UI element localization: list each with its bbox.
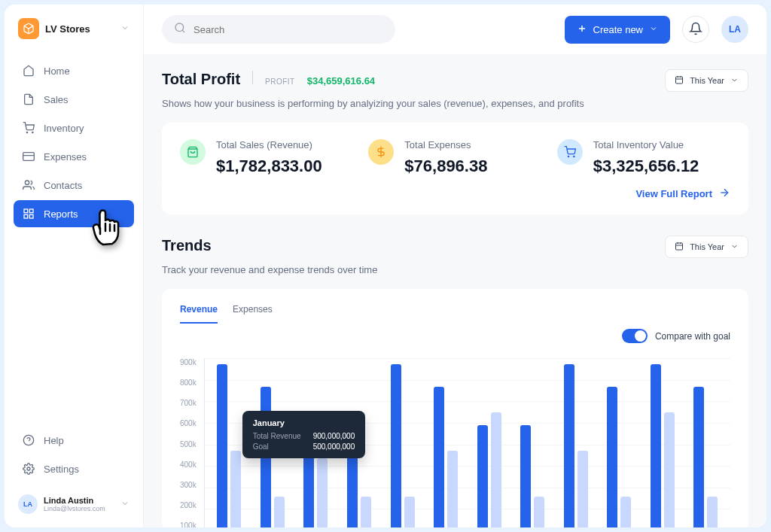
revenue-bar[interactable] (607, 387, 617, 527)
bar-group[interactable] (217, 358, 241, 527)
cart-icon (557, 139, 583, 165)
bar-group[interactable] (434, 358, 458, 527)
calendar-icon (675, 242, 684, 252)
profit-label: PROFIT (265, 78, 295, 86)
revenue-bar[interactable] (434, 387, 444, 527)
home-icon (23, 65, 35, 77)
svg-point-4 (25, 181, 29, 184)
create-new-button[interactable]: Create new (565, 16, 670, 44)
section-title: Total Profit (162, 71, 240, 88)
goal-bar[interactable] (491, 412, 501, 527)
svg-rect-5 (24, 209, 28, 213)
nav-item-reports[interactable]: Reports (14, 200, 134, 227)
svg-point-23 (573, 156, 574, 157)
goal-bar[interactable] (447, 451, 458, 527)
bottom-nav: Help Settings (14, 427, 134, 482)
goal-bar[interactable] (664, 412, 675, 527)
nav-label: Help (44, 435, 64, 446)
section-title: Trends (162, 237, 212, 254)
goal-bar[interactable] (230, 451, 241, 527)
bar-group[interactable] (651, 358, 675, 527)
store-selector[interactable]: LV Stores (14, 14, 134, 44)
search-input[interactable] (194, 24, 383, 35)
user-name: Linda Austin (44, 496, 114, 505)
bar-group[interactable] (477, 358, 501, 527)
tab-expenses[interactable]: Expenses (233, 304, 273, 324)
chart-tabs: Revenue Expenses (180, 304, 730, 324)
user-menu[interactable]: LA Linda Austin Linda@lvstores.com (14, 490, 134, 518)
revenue-bar[interactable] (520, 425, 531, 527)
file-icon (23, 93, 35, 105)
chevron-down-icon (649, 24, 658, 35)
y-axis: 900k800k700k600k500k400k300k200k100k (180, 358, 197, 527)
revenue-bar[interactable] (477, 425, 488, 527)
revenue-bar[interactable] (303, 454, 314, 527)
nav-label: Home (44, 65, 70, 77)
bar-group[interactable] (520, 358, 544, 527)
stat-card-expenses: Total Expenses $76,896.38 (368, 139, 541, 176)
svg-rect-16 (676, 77, 683, 84)
nav-label: Expenses (44, 151, 87, 163)
nav-label: Sales (44, 94, 69, 105)
nav-item-settings[interactable]: Settings (14, 455, 134, 482)
nav-item-expenses[interactable]: Expenses (14, 143, 134, 170)
range-label: This Year (690, 76, 724, 85)
card-label: Total Expenses (404, 139, 541, 150)
nav-item-sales[interactable]: Sales (14, 86, 134, 113)
revenue-bar[interactable] (693, 387, 704, 527)
main: Create new LA Total Profit PROFIT $34,65… (144, 5, 766, 527)
tab-revenue[interactable]: Revenue (180, 304, 218, 324)
card-value: $3,325,656.12 (593, 157, 730, 176)
svg-point-11 (27, 467, 30, 470)
goal-bar[interactable] (404, 497, 415, 527)
nav-label: Contacts (44, 180, 82, 191)
avatar: LA (18, 494, 38, 514)
notifications-button[interactable] (682, 16, 709, 43)
bar-group[interactable] (564, 358, 588, 527)
svg-rect-7 (29, 214, 33, 218)
range-label: This Year (690, 242, 724, 251)
profit-value: $34,659,616.64 (307, 75, 375, 87)
goal-bar[interactable] (534, 497, 544, 527)
card-label: Total Inventory Value (593, 139, 730, 150)
nav-label: Reports (44, 208, 78, 220)
revenue-bar[interactable] (564, 364, 574, 527)
goal-bar[interactable] (620, 497, 631, 527)
svg-point-22 (568, 156, 568, 157)
chart-tooltip: January Total Revenue 900,000,000 Goal 5… (242, 411, 366, 458)
nav-item-home[interactable]: Home (14, 57, 134, 84)
revenue-bar[interactable] (217, 364, 227, 527)
search-box[interactable] (162, 15, 395, 44)
goal-bar[interactable] (361, 497, 371, 527)
store-name: LV Stores (45, 23, 114, 35)
goal-bar[interactable] (707, 497, 718, 527)
bell-icon (689, 22, 702, 38)
nav-item-contacts[interactable]: Contacts (14, 172, 134, 199)
stat-cards: Total Sales (Revenue) $1,782,833.00 Tota… (162, 123, 748, 193)
revenue-bar[interactable] (651, 364, 661, 527)
profit-header: Total Profit PROFIT $34,659,616.64 This … (162, 69, 748, 92)
gear-icon (23, 463, 35, 475)
nav-label: Settings (44, 464, 79, 475)
nav-item-help[interactable]: Help (14, 427, 134, 454)
bar-group[interactable] (607, 358, 631, 527)
user-avatar[interactable]: LA (721, 16, 748, 43)
bar-group[interactable] (693, 358, 718, 527)
compare-toggle[interactable] (622, 329, 648, 343)
revenue-bar[interactable] (391, 364, 401, 527)
date-range-button[interactable]: This Year (665, 236, 748, 258)
users-icon (23, 179, 35, 191)
divider (252, 71, 253, 84)
goal-bar[interactable] (274, 497, 285, 527)
nav-item-inventory[interactable]: Inventory (14, 114, 134, 141)
view-full-report-link[interactable]: View Full Report (635, 187, 730, 201)
chevron-down-icon (120, 497, 130, 511)
trends-header: Trends This Year (162, 236, 748, 258)
revenue-chart: 900k800k700k600k500k400k300k200k100k Jan… (180, 358, 730, 527)
svg-rect-6 (29, 209, 33, 213)
goal-bar[interactable] (317, 458, 328, 527)
bar-group[interactable] (391, 358, 415, 527)
goal-bar[interactable] (577, 451, 588, 527)
date-range-button[interactable]: This Year (665, 69, 748, 92)
topbar: Create new LA (144, 5, 766, 54)
